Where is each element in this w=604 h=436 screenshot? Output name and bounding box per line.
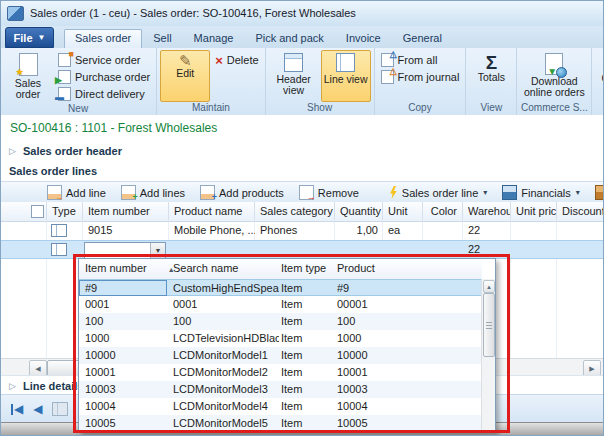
- cell-sales-category[interactable]: Phones: [255, 221, 335, 239]
- group-label-maintain: Maintain: [157, 102, 264, 115]
- first-record-icon[interactable]: ◀: [11, 403, 23, 415]
- group-label-copy: Copy: [375, 102, 466, 115]
- ribbon-group-attachments: ↘ Generate from template ▾ Attachments A…: [592, 48, 604, 115]
- lookup-col-product[interactable]: Product: [331, 259, 413, 278]
- sigma-icon: Σ: [486, 53, 497, 72]
- sales-order-button[interactable]: ★ Sales order: [3, 50, 53, 103]
- tab-sales-order[interactable]: Sales order: [64, 29, 142, 48]
- item-lookup-popup: Item number ▲ Search name Item type Prod…: [78, 258, 496, 433]
- new-document-icon: ★: [19, 53, 38, 76]
- table-row-selected[interactable]: ▼ 22: [1, 240, 603, 259]
- lookup-header-row: Item number ▲ Search name Item type Prod…: [79, 259, 482, 280]
- edit-button[interactable]: ✎ Edit: [160, 50, 210, 102]
- header-view-icon: [284, 53, 303, 72]
- table-row[interactable]: 9015 Mobile Phone, ... Phones 1,00 ea 22: [1, 221, 603, 240]
- lookup-row[interactable]: 10000 LCDMonitorModel1 Item 10000: [79, 347, 482, 364]
- lookup-row[interactable]: 10003 LCDMonitorModel3 Item 10003: [79, 381, 482, 398]
- cell-warehouse[interactable]: 22: [463, 241, 511, 259]
- record-title: SO-100416 : 1101 - Forest Wholesales: [10, 121, 217, 135]
- record-title-bar: SO-100416 : 1101 - Forest Wholesales: [1, 115, 603, 141]
- section-sales-order-header[interactable]: ▷ Sales order header: [1, 140, 603, 162]
- tab-sell[interactable]: Sell: [142, 29, 182, 48]
- window-title: Sales order (1 - ceu) - Sales order: SO-…: [30, 7, 356, 19]
- item-number-combobox[interactable]: ▼: [84, 242, 166, 259]
- ribbon-group-new: ★ Sales order ■ Service order ▶ Purchase…: [0, 48, 157, 115]
- cell-product-name[interactable]: Mobile Phone, ...: [169, 221, 255, 239]
- lookup-scrollbar-thumb[interactable]: [483, 293, 495, 357]
- chevron-down-icon: ▾: [576, 188, 580, 197]
- tab-pick-and-pack[interactable]: Pick and pack: [244, 29, 334, 48]
- scroll-up-icon[interactable]: ▲: [483, 280, 495, 293]
- ribbon-group-view: Σ Totals View: [466, 48, 517, 115]
- col-sales-category[interactable]: Sales category: [255, 202, 335, 220]
- lookup-vertical-scrollbar[interactable]: ▲: [481, 279, 495, 432]
- from-journal-button[interactable]: △ From journal: [378, 69, 463, 85]
- sales-order-line-menu[interactable]: Sales order line ▾: [389, 186, 487, 199]
- cell-warehouse[interactable]: 22: [463, 221, 511, 239]
- inventory-menu[interactable]: Inventory ▾: [595, 185, 603, 200]
- remove-button[interactable]: → Remove: [299, 185, 359, 200]
- delete-x-icon: ×: [215, 54, 223, 67]
- line-type-icon: [51, 243, 67, 256]
- purchase-order-icon: ▶: [58, 70, 71, 84]
- ribbon-group-commerce: ▼ Download online orders Commerce S...: [517, 48, 592, 115]
- lookup-row[interactable]: 100 100 Item 100: [79, 313, 482, 330]
- col-item-number[interactable]: Item number: [83, 202, 169, 220]
- add-line-button[interactable]: → Add line: [47, 185, 106, 200]
- cell-unit[interactable]: ea: [383, 221, 423, 239]
- tab-general[interactable]: General: [392, 29, 453, 48]
- lookup-row[interactable]: 1000 LCDTelevisionHDBlack Item 1000: [79, 330, 482, 347]
- service-order-button[interactable]: ■ Service order: [55, 52, 153, 68]
- collapse-arrow-icon: ▷: [9, 381, 16, 391]
- pencil-icon: ✎: [179, 53, 192, 68]
- service-order-icon: ■: [58, 53, 71, 67]
- lookup-row[interactable]: 10001 LCDMonitorModel2 Item 10001: [79, 364, 482, 381]
- select-all-checkbox[interactable]: [31, 205, 44, 218]
- col-quantity[interactable]: Quantity: [335, 202, 383, 220]
- cell-item-number[interactable]: 9015: [83, 221, 169, 239]
- copy-icon: △: [381, 53, 394, 67]
- lookup-col-search-name[interactable]: Search name: [167, 259, 287, 278]
- col-unit-price[interactable]: Unit price: [511, 202, 557, 220]
- financials-icon: [502, 185, 517, 200]
- combo-dropdown-button[interactable]: ▼: [150, 243, 165, 258]
- ribbon-group-show: Header view Line view Show: [266, 48, 375, 115]
- previous-record-icon[interactable]: ◀: [33, 403, 42, 415]
- grid-view-icon[interactable]: [52, 402, 68, 416]
- col-warehouse[interactable]: Warehouse: [463, 202, 511, 220]
- col-product-name[interactable]: Product name: [169, 202, 255, 220]
- group-label-new: New: [0, 103, 156, 115]
- line-view-button[interactable]: Line view: [321, 50, 371, 102]
- financials-menu[interactable]: Financials ▾: [502, 185, 580, 200]
- add-products-button[interactable]: + Add products: [200, 185, 284, 200]
- inventory-icon: [595, 185, 603, 200]
- lookup-col-item-number[interactable]: Item number ▲: [79, 259, 179, 278]
- header-view-button[interactable]: Header view: [269, 50, 319, 102]
- file-menu-button[interactable]: File ▼: [5, 27, 54, 48]
- grid-header-row: Type Item number Product name Sales cate…: [1, 202, 603, 222]
- lookup-row-selected[interactable]: #9 CustomHighEndSpeaker Item #9: [79, 279, 482, 296]
- group-label-commerce: Commerce S...: [517, 102, 591, 115]
- remove-icon: →: [299, 185, 314, 200]
- direct-delivery-button[interactable]: ▬ Direct delivery: [55, 86, 153, 102]
- tab-invoice[interactable]: Invoice: [335, 29, 392, 48]
- generate-from-template-button[interactable]: ↘ Generate from template ▾: [595, 50, 604, 109]
- delete-button[interactable]: × Delete: [212, 52, 261, 68]
- tab-manage[interactable]: Manage: [183, 29, 245, 48]
- line-view-icon: [336, 53, 355, 72]
- lookup-row[interactable]: 10005 LCDMonitorModel5 Item 10005: [79, 415, 482, 432]
- col-type[interactable]: Type: [47, 202, 83, 220]
- cell-quantity[interactable]: 1,00: [335, 221, 383, 239]
- col-color[interactable]: Color: [423, 202, 463, 220]
- totals-button[interactable]: Σ Totals: [469, 50, 513, 102]
- lookup-row[interactable]: 0001 0001 Item 00001: [79, 296, 482, 313]
- col-unit[interactable]: Unit: [383, 202, 423, 220]
- lightning-icon: [389, 186, 398, 199]
- section-sales-order-lines[interactable]: Sales order lines: [1, 161, 603, 181]
- download-online-orders-button[interactable]: ▼ Download online orders: [520, 50, 588, 102]
- select-all-cell[interactable]: [28, 202, 47, 220]
- lookup-row[interactable]: 10004 LCDMonitorModel4 Item 10004: [79, 398, 482, 415]
- add-lines-button[interactable]: + Add lines: [121, 185, 185, 200]
- purchase-order-button[interactable]: ▶ Purchase order: [55, 69, 153, 85]
- col-discount[interactable]: Discount: [557, 202, 604, 220]
